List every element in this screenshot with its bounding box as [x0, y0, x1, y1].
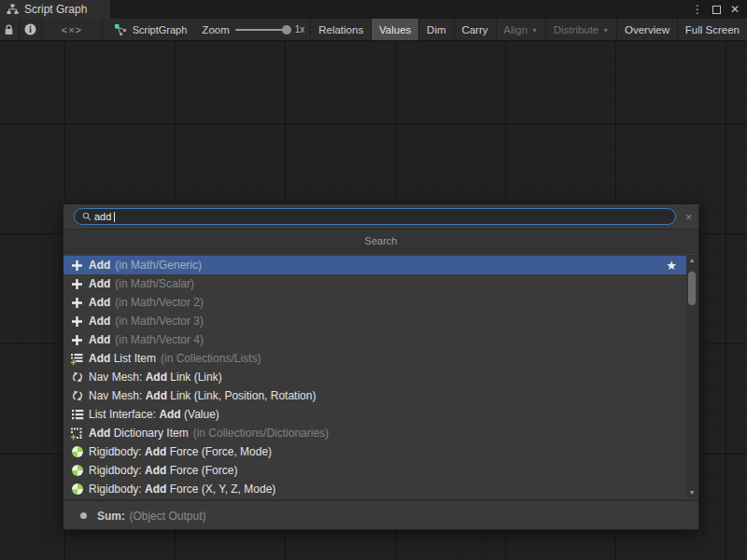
- rigidbody-icon: [70, 483, 84, 497]
- search-icon: [82, 212, 92, 221]
- full-screen-button[interactable]: Full Screen: [678, 19, 747, 40]
- favorite-star-icon[interactable]: ★: [666, 259, 677, 273]
- button-label: Dim: [427, 24, 445, 35]
- list-add-icon: [70, 352, 84, 366]
- zoom-control: Zoom 1x: [202, 19, 310, 40]
- zoom-slider[interactable]: [235, 29, 289, 31]
- title-bar: Script Graph ⋮ ✕: [0, 0, 747, 19]
- dictionary-add-icon: [70, 427, 84, 441]
- footer-label: Sum:: [97, 510, 125, 523]
- button-label: Full Screen: [685, 24, 740, 35]
- result-row[interactable]: Nav Mesh: Add Link (Link, Position, Rota…: [63, 386, 686, 405]
- result-row[interactable]: Nav Mesh: Add Link (Link): [63, 368, 686, 386]
- clear-search-icon[interactable]: ×: [685, 211, 692, 224]
- scroll-up-icon[interactable]: ▲: [689, 255, 696, 265]
- result-title: Add Dictionary Item(in Collections/Dicti…: [89, 427, 329, 440]
- result-title: Nav Mesh: Add Link (Link): [89, 371, 222, 384]
- relations-button[interactable]: Relations: [311, 19, 371, 40]
- chevron-down-icon: ▼: [602, 27, 609, 34]
- result-row[interactable]: Add List Item(in Collections/Lists): [63, 349, 686, 368]
- scroll-down-icon[interactable]: ▼: [689, 487, 696, 497]
- edit-code-button[interactable]: <×>: [42, 19, 102, 40]
- result-row[interactable]: List Interface: Add (Value): [63, 405, 686, 424]
- dim-button[interactable]: Dim: [419, 19, 453, 40]
- button-label: Relations: [318, 24, 363, 35]
- zoom-slider-thumb[interactable]: [282, 25, 291, 35]
- button-label: Carry: [461, 24, 487, 35]
- align-dropdown[interactable]: Align ▼: [496, 19, 545, 40]
- graph-name-label: ScriptGraph: [133, 24, 188, 35]
- finder-header-label: Search: [365, 235, 398, 246]
- finder-header: Search: [63, 229, 698, 253]
- nav-mesh-icon: [70, 389, 84, 403]
- result-row[interactable]: Rigidbody: Add Force (Force): [63, 461, 686, 480]
- search-input[interactable]: add: [74, 208, 676, 225]
- result-row[interactable]: Add(in Math/Vector 4): [63, 330, 686, 349]
- code-icon: <×>: [62, 24, 82, 35]
- lock-icon: [4, 24, 14, 35]
- rigidbody-icon: [70, 464, 84, 478]
- result-title: Add(in Math/Vector 4): [89, 333, 204, 346]
- distribute-dropdown[interactable]: Distribute ▼: [546, 19, 617, 40]
- result-title: Nav Mesh: Add Link (Link, Position, Rota…: [89, 389, 316, 402]
- info-button[interactable]: [20, 19, 41, 40]
- result-title: List Interface: Add (Value): [89, 408, 219, 421]
- results-list: Add(in Math/Generic)★Add(in Math/Scalar)…: [63, 253, 698, 499]
- values-button[interactable]: Values: [372, 19, 418, 40]
- result-row[interactable]: Rigidbody: Add Force (X, Y, Z, Mode): [63, 480, 686, 498]
- button-label: Values: [379, 24, 411, 35]
- zoom-value: 1x: [295, 24, 305, 35]
- plus-icon: [70, 296, 84, 310]
- search-row: add ×: [63, 204, 698, 229]
- plus-icon: [70, 315, 84, 329]
- button-label: Distribute: [554, 24, 599, 35]
- rigidbody-icon: [70, 445, 84, 459]
- result-title: Rigidbody: Add Force (X, Y, Z, Mode): [89, 483, 275, 496]
- zoom-label: Zoom: [202, 24, 229, 35]
- result-row[interactable]: Add(in Math/Vector 3): [63, 312, 686, 330]
- nav-mesh-icon: [70, 371, 84, 385]
- maximize-icon[interactable]: [712, 6, 721, 14]
- tab-title: Script Graph: [24, 3, 87, 16]
- carry-button[interactable]: Carry: [454, 19, 495, 40]
- finder-footer: Sum: (Object Output): [63, 499, 698, 529]
- close-icon[interactable]: ✕: [730, 4, 740, 15]
- tab-script-graph[interactable]: Script Graph: [0, 0, 110, 19]
- button-label: Overview: [625, 24, 669, 35]
- result-title: Add(in Math/Generic): [89, 259, 202, 272]
- scrollbar[interactable]: ▲ ▼: [686, 255, 698, 497]
- footer-detail: (Object Output): [129, 510, 205, 523]
- result-row[interactable]: Add Dictionary Item(in Collections/Dicti…: [63, 424, 686, 442]
- result-title: Add List Item(in Collections/Lists): [89, 352, 261, 365]
- result-row[interactable]: Rigidbody: Add Force (Force, Mode): [63, 442, 686, 461]
- info-icon: [24, 23, 36, 35]
- window-menu-icon[interactable]: ⋮: [692, 4, 703, 15]
- button-label: Align: [503, 24, 528, 35]
- list-icon: [70, 408, 84, 422]
- graph-toolbar: <×> ScriptGraph Zoom 1x Relations Values…: [0, 19, 747, 41]
- graph-hierarchy-icon: [7, 4, 19, 16]
- script-graph-icon: [114, 23, 127, 36]
- lock-button[interactable]: [0, 19, 19, 40]
- output-dot-icon: [80, 512, 87, 519]
- result-title: Rigidbody: Add Force (Force, Mode): [89, 445, 272, 458]
- result-title: Add(in Math/Scalar): [89, 277, 194, 290]
- text-caret: [114, 212, 115, 222]
- result-row[interactable]: Add(in Math/Vector 2): [63, 293, 686, 312]
- result-row[interactable]: Add(in Math/Generic)★: [63, 256, 686, 274]
- search-query: add: [94, 211, 111, 222]
- chevron-down-icon: ▼: [531, 27, 538, 34]
- scrollbar-track[interactable]: [686, 265, 698, 487]
- overview-button[interactable]: Overview: [617, 19, 677, 40]
- scrollbar-thumb[interactable]: [688, 272, 696, 305]
- plus-icon: [70, 277, 84, 291]
- result-row[interactable]: Add(in Math/Scalar): [63, 274, 686, 293]
- result-title: Add(in Math/Vector 3): [89, 315, 204, 328]
- plus-icon: [70, 333, 84, 347]
- result-title: Add(in Math/Vector 2): [89, 296, 204, 309]
- graph-name-group: ScriptGraph: [103, 19, 203, 40]
- fuzzy-finder-popup: add × Search Add(in Math/Generic)★Add(in…: [63, 203, 699, 530]
- result-title: Rigidbody: Add Force (Force): [89, 464, 237, 477]
- plus-icon: [70, 259, 84, 273]
